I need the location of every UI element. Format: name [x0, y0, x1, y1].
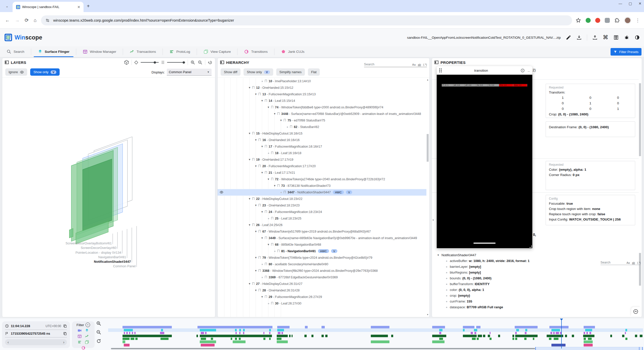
trace-entry-block[interactable]: [471, 332, 473, 334]
expand-arrow-icon[interactable]: ▼: [260, 210, 264, 213]
hierarchy-scrollbar[interactable]: ▲ ▼: [426, 79, 429, 316]
hierarchy-tree-row[interactable]: 18 - Leaf:16:16#18: [218, 150, 426, 156]
tab-search-button[interactable]: ⌄: [4, 3, 11, 10]
trace-entry-block[interactable]: [289, 335, 291, 337]
timeline-zoom-in-icon[interactable]: [96, 321, 101, 326]
trace-entry-block[interactable]: [277, 329, 284, 331]
trace-entry-block[interactable]: [439, 332, 441, 334]
hierarchy-tree-row[interactable]: 3369 - 67726bf EdgeBackGestureHandler0#3…: [218, 274, 426, 281]
expand-arrow-icon[interactable]: ▼: [248, 224, 251, 226]
properties-search-input[interactable]: Search Aa ab (.*): [600, 258, 641, 265]
trace-entry-block[interactable]: [498, 335, 500, 337]
trace-entry-block[interactable]: [321, 326, 325, 328]
info-icon[interactable]: [520, 68, 525, 73]
filter-collapse-button[interactable]: [86, 323, 90, 327]
layer-rect[interactable]: [69, 228, 73, 238]
trace-entry-block[interactable]: [371, 340, 389, 343]
trace-entry-block[interactable]: [278, 332, 280, 334]
expand-arrow-icon[interactable]: ▼: [267, 106, 270, 109]
expand-arrow-icon[interactable]: ▼: [260, 237, 264, 239]
trace-entry-block[interactable]: [269, 332, 270, 334]
trace-entry-block[interactable]: [625, 329, 627, 331]
trace-entry-block[interactable]: [556, 332, 559, 334]
pin-icon[interactable]: [259, 230, 261, 233]
hierarchy-tree-row[interactable]: ▼13 - FullscreenMagnification:15:15#13: [218, 91, 426, 98]
trace-filter-chart-icon[interactable]: [85, 334, 89, 338]
regex-icon[interactable]: (.*): [637, 261, 641, 264]
expand-arrow-icon[interactable]: ▼: [248, 197, 251, 200]
trace-entry-block[interactable]: [586, 332, 588, 334]
trace-entry-block[interactable]: [474, 329, 477, 331]
trace-entry-block[interactable]: [292, 335, 293, 337]
property-row[interactable]: blurRegions: [empty]: [432, 270, 639, 275]
trace-entry-block[interactable]: [584, 332, 585, 334]
expand-arrow-icon[interactable]: ▼: [254, 165, 258, 167]
trace-entry-block[interactable]: [239, 329, 241, 331]
trace-entry-block[interactable]: [391, 335, 393, 337]
tab-surface-flinger[interactable]: Surface Flinger: [31, 46, 76, 57]
pin-icon[interactable]: [265, 237, 267, 239]
pin-icon[interactable]: [271, 302, 273, 304]
edit-pencil-icon[interactable]: [566, 35, 571, 40]
pin-icon[interactable]: [277, 184, 279, 187]
trace-entry-block[interactable]: [533, 338, 534, 340]
trace-entry-block[interactable]: [585, 329, 592, 331]
filter-presets-button[interactable]: Filter Presets: [611, 48, 641, 56]
trace-entry-block[interactable]: [474, 332, 476, 334]
hierarchy-tree-row[interactable]: ▼79 - WindowToken{7046b4a type=2024 andr…: [218, 254, 426, 261]
expand-arrow-icon[interactable]: ▼: [254, 269, 258, 272]
panel-collapse-icon[interactable]: [5, 60, 9, 64]
hierarchy-tree-row[interactable]: 82 - StatusBar#82: [218, 124, 426, 130]
documentation-book-icon[interactable]: [613, 35, 619, 40]
hierarchy-tree-row[interactable]: ▼29 - FullscreenMagnification:26:27#29: [218, 294, 426, 300]
show-diff-chip[interactable]: Show diff: [221, 68, 240, 76]
trace-entry-block[interactable]: [132, 332, 133, 334]
timeline-reset-zoom-icon[interactable]: [96, 338, 101, 344]
trace-entry-block[interactable]: [476, 326, 480, 328]
pin-icon[interactable]: [265, 99, 267, 102]
human-time[interactable]: 11:04:14.228: [11, 324, 44, 328]
trace-entry-block[interactable]: [477, 338, 479, 340]
trace-filter-squares-icon[interactable]: [85, 340, 89, 344]
trace-entry-block[interactable]: [572, 335, 574, 337]
expand-arrow-icon[interactable]: ▼: [248, 158, 251, 161]
trace-entry-block[interactable]: [235, 332, 237, 334]
trace-entry-block[interactable]: [463, 329, 465, 331]
prev-frame-button[interactable]: ‹: [8, 340, 9, 344]
tab-jank-cujs[interactable]: Jank CUJs: [274, 46, 311, 57]
zoom-in-icon[interactable]: [190, 60, 195, 65]
spacing-slider[interactable]: [167, 62, 185, 63]
trace-entry-block[interactable]: [201, 344, 215, 346]
expand-arrow-icon[interactable]: ▼: [254, 93, 258, 96]
hierarchy-tree-row[interactable]: ▼17 - FullscreenMagnification:16:16#17: [218, 143, 426, 150]
trace-entry-block[interactable]: [134, 332, 136, 334]
pin-icon[interactable]: [265, 145, 267, 148]
hierarchy-tree-row[interactable]: ▼23 - OneHanded:18:23#23: [218, 202, 426, 209]
pin-icon[interactable]: [259, 289, 261, 291]
trace-entry-block[interactable]: [488, 335, 490, 337]
pin-icon[interactable]: [277, 112, 279, 115]
dark-mode-toggle-icon[interactable]: [634, 35, 640, 40]
pin-icon[interactable]: [271, 178, 273, 180]
trace-entry-block[interactable]: [305, 326, 308, 328]
trace-entry-block[interactable]: [123, 326, 172, 328]
property-row[interactable]: currFrame: 155: [432, 298, 639, 304]
timeline-zoom-window[interactable]: [535, 347, 643, 350]
hierarchy-tree-row[interactable]: ▼26 - Leaf:24:25#26: [218, 222, 426, 228]
expand-arrow-icon[interactable]: ▼: [248, 86, 251, 89]
trace-entry-block[interactable]: [135, 338, 138, 340]
trace-entry-block[interactable]: [583, 335, 594, 337]
tab-transactions[interactable]: Transactions: [123, 46, 163, 57]
extensions-puzzle-icon[interactable]: [614, 18, 620, 23]
trace-entry-block[interactable]: [231, 338, 232, 340]
trace-entry-block[interactable]: [200, 329, 216, 331]
hierarchy-tree-row[interactable]: ▼19 - OneHanded:17:17#19: [218, 156, 426, 163]
simplify-names-chip[interactable]: Simplify names: [276, 68, 305, 76]
zoom-window-handle[interactable]: [639, 347, 639, 350]
show-only-chip[interactable]: Show onlyV: [244, 68, 273, 76]
trace-entry-block[interactable]: [277, 326, 290, 328]
trace-entry-block[interactable]: [551, 329, 560, 331]
hierarchy-tree-row[interactable]: ▼14 - Leaf:15:15#14: [218, 98, 426, 104]
pin-icon[interactable]: [265, 210, 267, 213]
trace-entry-block[interactable]: [516, 329, 519, 331]
